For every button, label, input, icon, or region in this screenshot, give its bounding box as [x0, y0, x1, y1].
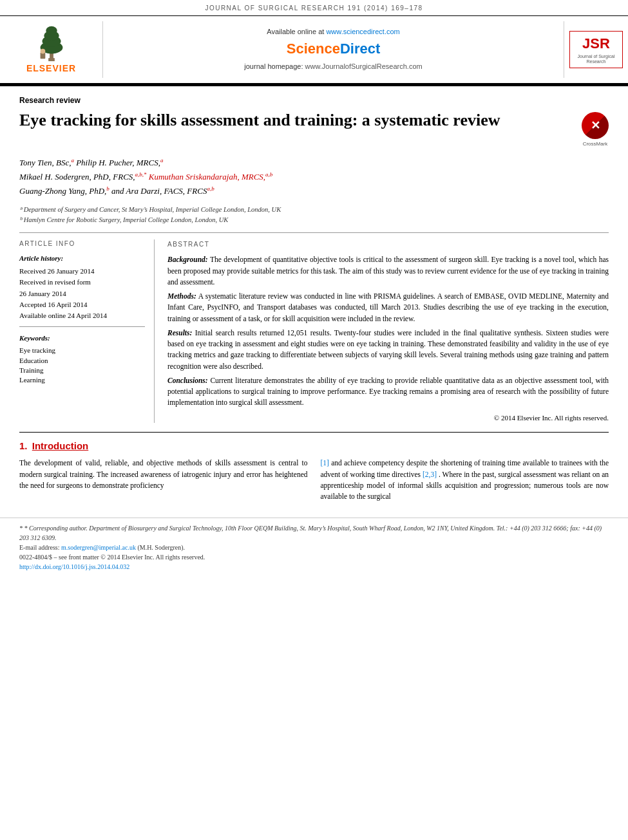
- abstract-col: Abstract Background: The development of …: [167, 239, 609, 423]
- intro-left-text: The development of valid, reliable, and …: [19, 459, 308, 489]
- sciencedirect-block: Available online at www.sciencedirect.co…: [103, 21, 564, 78]
- footer-issn: 0022-4804/$ – see front matter © 2014 El…: [19, 552, 609, 562]
- email-link[interactable]: m.sodergren@imperial.ac.uk: [61, 544, 136, 551]
- author-ara: and Ara Darzi, FACS, FRCSa,b: [111, 186, 214, 196]
- affiliations-block: ᵃ Department of Surgery and Cancer, St M…: [19, 205, 609, 225]
- author-kumuthan-link[interactable]: Kumuthan Sriskandarajah, MRCS,a,b: [149, 172, 273, 182]
- elsevier-wordmark: ELSEVIER: [26, 62, 76, 75]
- journal-header: JOURNAL OF SURGICAL RESEARCH 191 (2014) …: [0, 0, 628, 15]
- available-online-date: Available online 24 April 2014: [19, 311, 145, 321]
- conclusions-text: Current literature demonstrates the abil…: [167, 377, 609, 407]
- footer-doi-line: http://dx.doi.org/10.1016/j.jss.2014.04.…: [19, 562, 609, 572]
- received-revised-date: 26 January 2014: [19, 289, 145, 299]
- logo-bar: ELSEVIER Available online at www.science…: [0, 15, 628, 84]
- conclusions-label: Conclusions:: [167, 377, 208, 384]
- abstract-text: Background: The development of quantitat…: [167, 254, 609, 423]
- abstract-results: Results: Initial search results returned…: [167, 328, 609, 372]
- sciencedirect-url[interactable]: www.sciencedirect.com: [326, 28, 399, 35]
- keyword-learning: Learning: [19, 375, 145, 385]
- svg-point-5: [46, 26, 57, 35]
- sd-logo-direct: Direct: [340, 41, 380, 57]
- methods-label: Methods:: [167, 292, 196, 300]
- email-label: E-mail address:: [19, 544, 59, 551]
- author-philip: Philip H. Pucher, MRCS,a: [76, 158, 163, 167]
- crossmark-icon: ✕: [582, 112, 609, 139]
- author-tony: Tony Tien, BSc,a: [19, 158, 74, 167]
- article-info-col: Article Info Article history: Received 2…: [19, 239, 155, 423]
- intro-left-col: The development of valid, reliable, and …: [19, 458, 308, 502]
- intro-right-col: [1] and achieve competency despite the s…: [321, 458, 609, 502]
- section-title: Introduction: [32, 440, 88, 451]
- keywords-divider: [19, 326, 145, 327]
- results-label: Results:: [167, 329, 192, 337]
- article-history-label: Article history:: [19, 254, 145, 263]
- author-mikael: Mikael H. Sodergren, PhD, FRCS,a,b,*: [19, 172, 147, 182]
- author-kumuthan: Kumuthan Sriskandarajah, MRCS,a,b: [149, 172, 273, 182]
- homepage-url-text: journal homepage: www.JournalofSurgicalR…: [244, 62, 422, 71]
- results-text: Initial search results returned 12,051 r…: [167, 329, 609, 370]
- doi-link[interactable]: http://dx.doi.org/10.1016/j.jss.2014.04.…: [19, 563, 129, 570]
- background-text: The development of quantitative objectiv…: [167, 256, 609, 286]
- keyword-eye-tracking: Eye tracking: [19, 346, 145, 355]
- methods-text: A systematic literature review was condu…: [167, 292, 609, 322]
- jsr-full-name: Journal of Surgical Research: [575, 54, 617, 65]
- article-info-divider: [19, 232, 609, 233]
- crossmark-button[interactable]: ✕ CrossMark: [582, 112, 609, 147]
- homepage-link[interactable]: www.JournalofSurgicalResearch.com: [305, 62, 423, 70]
- affiliation-a: ᵃ Department of Surgery and Cancer, St M…: [19, 205, 609, 215]
- introduction-section: 1. Introduction The development of valid…: [19, 439, 609, 502]
- corresponding-star: *: [19, 525, 24, 532]
- jsr-badge: JSR Journal of Surgical Research: [569, 31, 623, 68]
- received-date: Received 26 January 2014: [19, 266, 145, 276]
- jsr-logo-block: JSR Journal of Surgical Research: [564, 21, 628, 78]
- footer-email-line: E-mail address: m.sodergren@imperial.ac.…: [19, 543, 609, 552]
- accepted-date: Accepted 16 April 2014: [19, 300, 145, 310]
- available-online-text: Available online at www.sciencedirect.co…: [267, 27, 399, 37]
- received-revised-label: Received in revised form: [19, 277, 145, 287]
- authors-block: Tony Tien, BSc,a Philip H. Pucher, MRCS,…: [19, 156, 609, 198]
- affiliation-b: ᵇ Hamlyn Centre for Robotic Surgery, Imp…: [19, 215, 609, 225]
- section-heading: 1. Introduction: [19, 439, 609, 453]
- article-category-label: Research review: [19, 95, 609, 106]
- jsr-initials: JSR: [582, 34, 610, 54]
- crossmark-label: CrossMark: [583, 140, 608, 147]
- footer: * * Corresponding author. Department of …: [0, 518, 628, 575]
- background-label: Background:: [167, 256, 208, 263]
- section-number: 1.: [19, 440, 28, 451]
- abstract-background: Background: The development of quantitat…: [167, 254, 609, 288]
- journal-title-text: JOURNAL OF SURGICAL RESEARCH 191 (2014) …: [205, 5, 423, 12]
- elsevier-tree-icon: [26, 24, 77, 62]
- svg-point-7: [40, 49, 45, 54]
- sciencedirect-logo: ScienceDirect: [287, 39, 381, 59]
- sd-logo-science: Science: [287, 41, 340, 57]
- info-abstract-columns: Article Info Article history: Received 2…: [19, 239, 609, 423]
- abstract-conclusions: Conclusions: Current literature demonstr…: [167, 375, 609, 409]
- intro-right-ref1[interactable]: [1]: [321, 459, 329, 467]
- introduction-columns: The development of valid, reliable, and …: [19, 458, 609, 502]
- keywords-label: Keywords:: [19, 333, 145, 343]
- article-title-block: Eye tracking for skills assessment and t…: [19, 109, 609, 147]
- article-title: Eye tracking for skills assessment and t…: [19, 109, 500, 131]
- keyword-training: Training: [19, 366, 145, 375]
- keyword-education: Education: [19, 356, 145, 366]
- abstract-header: Abstract: [167, 239, 609, 249]
- intro-section-divider: [19, 432, 609, 433]
- elsevier-logo-block: ELSEVIER: [0, 21, 103, 78]
- corresponding-text: * Corresponding author. Department of Bi…: [19, 525, 602, 541]
- elsevier-logo: ELSEVIER: [26, 24, 77, 75]
- email-suffix: (M.H. Sodergren).: [137, 544, 185, 551]
- abstract-methods: Methods: A systematic literature review …: [167, 291, 609, 324]
- article-info-header: Article Info: [19, 239, 145, 248]
- main-content: Research review Eye tracking for skills …: [0, 86, 628, 509]
- corresponding-note: * * Corresponding author. Department of …: [19, 523, 609, 543]
- intro-right-ref23[interactable]: [2,3]: [423, 471, 437, 478]
- copyright-line: © 2014 Elsevier Inc. All rights reserved…: [167, 413, 609, 424]
- author-guangzhong: Guang-Zhong Yang, PhD,b: [19, 186, 109, 196]
